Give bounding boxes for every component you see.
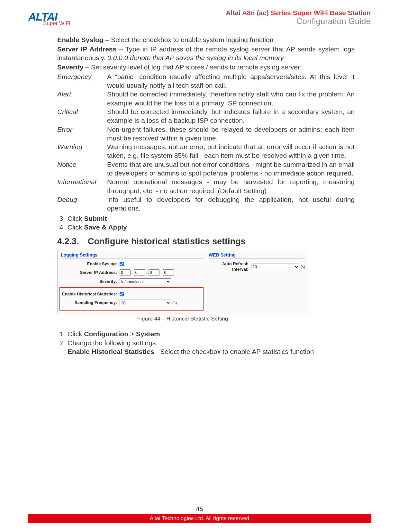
step2-1-num: 1. — [57, 329, 68, 338]
severity-name: Error — [57, 125, 107, 143]
s1-mid: > — [128, 330, 136, 338]
para-server-ip: Server IP Address – Type in IP address o… — [57, 45, 355, 62]
fig-row-severity: Severity: Informational — [61, 278, 204, 285]
logo-block: ALTAI Super WiFi — [28, 12, 70, 26]
step2-1: 1. Click Configuration > System — [57, 329, 355, 338]
text-severity: – Set severity level of log that AP stor… — [84, 63, 302, 71]
severity-name: Warning — [57, 142, 107, 160]
figure-left-col: Logging Settings Enable Syslog: Server I… — [61, 252, 204, 309]
fig-label-auto: Auto Refresh Interval: — [209, 261, 249, 272]
severity-row: NoticeEvents that are unusual but not er… — [57, 160, 355, 178]
severity-desc: Normal operational messages - may be har… — [107, 177, 355, 195]
severity-row: DebugInfo useful to developers for debug… — [57, 195, 355, 213]
ip-octet-1[interactable] — [120, 269, 131, 276]
fig-row-server-ip: Server IP Address: . . . — [61, 269, 204, 276]
severity-row: CriticalShould be corrected immediately,… — [57, 107, 355, 125]
s2b-text: - Select the checkbox to enable AP stati… — [154, 348, 314, 355]
fig-logging-title: Logging Settings — [61, 252, 204, 259]
fig-row-enable-syslog: Enable Syslog: — [61, 261, 204, 267]
fig-row-hist: Enable Historical Statistics: — [61, 292, 204, 297]
doc-product: Altai A8n (ac) Series Super WiFi Base St… — [226, 9, 371, 17]
severity-desc: Warning messages, not an error, but indi… — [107, 142, 355, 160]
label-server-ip: Server IP Address — [57, 45, 116, 53]
label-severity: Severity — [57, 63, 84, 71]
s1-b1: Configuration — [84, 330, 128, 338]
auto-refresh-select[interactable]: 10 — [251, 264, 299, 270]
step-4-pre: Click — [68, 223, 84, 231]
severity-table: EmergencyA "panic" condition usually aff… — [57, 72, 355, 213]
fig-row-samp: Sampling Frequency: 30 (s) — [61, 300, 204, 306]
fig-highlight-group: Enable Historical Statistics: Sampling F… — [61, 288, 204, 306]
step-4-num: 4. — [57, 223, 68, 231]
historical-stats-checkbox[interactable] — [120, 292, 124, 296]
fig-web-title: WEB Setting — [209, 252, 305, 259]
severity-desc: Should be corrected immediately, therefo… — [107, 90, 355, 107]
severity-name: Alert — [57, 90, 107, 107]
page-number: 45 — [0, 505, 399, 513]
step-list-lower: 1. Click Configuration > System 2. Chang… — [57, 329, 355, 356]
step-3-pre: Click — [68, 215, 84, 222]
s2-text: Change the following settings: — [68, 339, 158, 347]
severity-row: InformationalNormal operational messages… — [57, 177, 355, 195]
severity-desc: Should be corrected immediately, but ind… — [107, 107, 355, 125]
sampling-suffix: (s) — [172, 301, 177, 306]
ip-octet-2[interactable] — [134, 269, 145, 276]
s1-pre: Click — [68, 330, 84, 338]
section-title: Configure historical statistics settings — [88, 237, 246, 246]
fig-row-auto: Auto Refresh Interval: 10 (s) — [209, 261, 305, 272]
para-severity: Severity – Set severity level of log tha… — [57, 63, 355, 71]
footer-bar: Altai Technologies Ltd. All rights reser… — [28, 514, 371, 523]
section-number: 4.2.3. — [57, 236, 88, 247]
section-heading: 4.2.3.Configure historical statistics se… — [57, 236, 355, 247]
s1-b2: System — [136, 330, 160, 338]
auto-refresh-suffix: (s) — [301, 265, 305, 270]
severity-row: AlertShould be corrected immediately, th… — [57, 90, 355, 107]
severity-row: EmergencyA "panic" condition usually aff… — [57, 72, 355, 90]
step-3: 3. Click Submit — [57, 214, 355, 223]
fig-label-server-ip: Server IP Address: — [61, 270, 117, 275]
severity-name: Critical — [57, 107, 107, 125]
severity-desc: A "panic" condition usually affecting mu… — [107, 72, 355, 90]
sampling-freq-select[interactable]: 30 — [120, 300, 171, 306]
severity-row: WarningWarning messages, not an error, b… — [57, 142, 355, 160]
ip-input-group: . . . — [120, 269, 174, 276]
fig-label-enable-syslog: Enable Syslog: — [61, 261, 117, 267]
severity-desc: Non-urgent failures, these should be rel… — [107, 125, 355, 143]
fig-label-samp: Sampling Frequency: — [61, 300, 117, 306]
fig-label-hist: Enable Historical Statistics: — [61, 292, 117, 297]
text-enable-syslog: – Select the checkbox to enable system l… — [104, 36, 274, 43]
header-right: Altai A8n (ac) Series Super WiFi Base St… — [226, 9, 371, 26]
step2-2-num: 2. — [57, 338, 68, 347]
ip-octet-3[interactable] — [149, 269, 159, 276]
step2-2: 2. Change the following settings: Enable… — [57, 338, 355, 356]
severity-name: Notice — [57, 160, 107, 178]
text-server-ip-i: 0.0.0.0 denote that AP saves the syslog … — [107, 54, 284, 61]
content-area: Enable Syslog – Select the checkbox to e… — [28, 34, 371, 356]
figure-44: Logging Settings Enable Syslog: Server I… — [57, 250, 308, 314]
step-4-bold: Save & Apply — [84, 223, 127, 231]
figure-right-col: WEB Setting Auto Refresh Interval: 10 (s… — [209, 252, 305, 275]
doc-title: Configuration Guide — [226, 17, 371, 26]
step-3-num: 3. — [57, 214, 68, 223]
step-4: 4. Click Save & Apply — [57, 223, 355, 231]
fig-label-severity: Severity: — [61, 279, 117, 284]
enable-syslog-checkbox[interactable] — [120, 262, 124, 266]
para-enable-syslog: Enable Syslog – Select the checkbox to e… — [57, 35, 355, 44]
figure-caption: Figure 44 – Historical Statistic Setting — [57, 315, 308, 322]
severity-row: ErrorNon-urgent failures, these should b… — [57, 125, 355, 143]
figure-wrap: Logging Settings Enable Syslog: Server I… — [57, 250, 355, 322]
logo-sub: Super WiFi — [43, 21, 70, 26]
s2b-bold: Enable Historical Statistics — [68, 348, 154, 355]
page-header: ALTAI Super WiFi Altai A8n (ac) Series S… — [28, 9, 371, 28]
label-enable-syslog: Enable Syslog — [57, 36, 104, 43]
ip-octet-4[interactable] — [163, 269, 174, 276]
severity-desc: Events that are unusual but not error co… — [107, 160, 355, 178]
severity-name: Informational — [57, 177, 107, 195]
step-list-upper: 3. Click Submit 4. Click Save & Apply — [57, 214, 355, 232]
step-3-bold: Submit — [84, 215, 107, 222]
severity-name: Debug — [57, 195, 107, 213]
severity-name: Emergency — [57, 72, 107, 90]
severity-select[interactable]: Informational — [120, 278, 171, 285]
severity-desc: Info useful to developers for debugging … — [107, 195, 355, 213]
